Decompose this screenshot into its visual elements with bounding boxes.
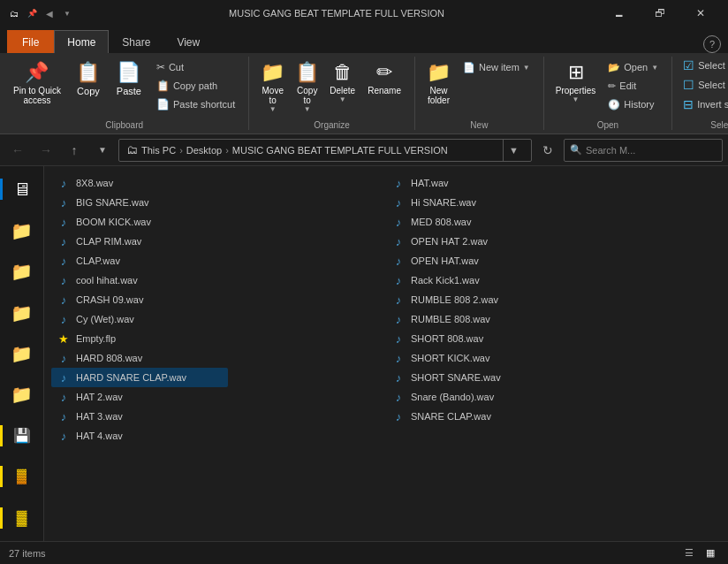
file-item[interactable]: ♪Hi SNARE.wav xyxy=(386,193,563,212)
history-button[interactable]: 🕐 History xyxy=(602,95,664,113)
sidebar-item-folder5[interactable]: 📁 xyxy=(0,375,43,414)
file-item[interactable]: ♪8X8.wav xyxy=(51,173,228,193)
copy-path-button[interactable]: 📋 Copy path xyxy=(150,77,241,95)
wav-icon: ♪ xyxy=(57,234,71,248)
sidebar-item-folder3[interactable]: 📁 xyxy=(0,293,43,332)
file-name: HARD 808.wav xyxy=(76,353,142,363)
file-item[interactable]: ♪CLAP RIM.wav xyxy=(51,232,228,251)
edit-button[interactable]: ✏ Edit xyxy=(602,77,664,95)
file-name: Empty.flp xyxy=(76,333,116,344)
forward-button[interactable]: → xyxy=(34,138,58,163)
quick-access-icon[interactable]: 📌 xyxy=(25,6,39,20)
wav-icon: ♪ xyxy=(57,273,71,287)
file-name: cool hihat.wav xyxy=(76,275,138,286)
file-item[interactable]: ♪OPEN HAT 2.wav xyxy=(386,232,563,251)
tab-home[interactable]: Home xyxy=(54,30,109,53)
file-item[interactable]: ♪HARD SNARE CLAP.wav xyxy=(51,368,228,387)
copy-to-button[interactable]: 📋 Copyto ▼ xyxy=(291,57,323,118)
file-area[interactable]: ♪8X8.wav♪BIG SNARE.wav♪BOOM KICK.wav♪CLA… xyxy=(44,166,728,541)
sidebar-item-monitor[interactable]: 🖥 xyxy=(0,170,43,209)
file-item[interactable]: ♪OPEN HAT.wav xyxy=(386,251,563,271)
open-label: Open xyxy=(551,118,664,130)
open-small-group: 📂 Open ▼ ✏ Edit 🕐 History xyxy=(602,58,664,113)
maximize-button[interactable]: 🗗 xyxy=(640,0,680,27)
up-button[interactable]: ↑ xyxy=(62,138,87,163)
wav-icon: ♪ xyxy=(57,390,71,404)
copy-to-icon: 📋 xyxy=(295,61,319,84)
minimize-button[interactable]: 🗕 xyxy=(599,0,640,27)
file-item[interactable]: ♪BIG SNARE.wav xyxy=(51,193,228,212)
file-item[interactable]: ♪RUMBLE 808 2.wav xyxy=(386,290,563,309)
help-button[interactable]: ? xyxy=(703,35,721,53)
refresh-button[interactable]: ↻ xyxy=(535,138,560,163)
file-item[interactable]: ♪SHORT 808.wav xyxy=(386,329,563,348)
move-icon: 📁 xyxy=(261,61,284,84)
wav-icon: ♪ xyxy=(57,429,71,443)
file-item[interactable]: ♪SNARE CLAP.wav xyxy=(386,407,563,426)
sidebar-item-folder1[interactable]: 📁 xyxy=(0,210,43,249)
path-this-pc[interactable]: This PC xyxy=(141,145,176,156)
open-button[interactable]: 📂 Open ▼ xyxy=(602,58,664,76)
status-right: ☰ ▦ xyxy=(680,545,719,562)
file-item[interactable]: ♪HARD 808.wav xyxy=(51,348,228,368)
sidebar-stripe-yellow xyxy=(0,425,3,446)
pin-icon: 📌 xyxy=(25,61,49,84)
file-item[interactable]: ♪HAT 2.wav xyxy=(51,387,228,407)
pin-to-quick-button[interactable]: 📌 Pin to Quick access xyxy=(7,57,67,118)
invert-selection-button[interactable]: ⊟ Invert selection xyxy=(679,95,728,113)
back-button[interactable]: ← xyxy=(5,138,30,163)
file-item[interactable]: ♪BOOM KICK.wav xyxy=(51,212,228,232)
select-none-button[interactable]: ☐ Select none xyxy=(679,76,728,94)
sidebar-item-folder2[interactable]: 📁 xyxy=(0,252,43,291)
address-input[interactable]: 🗂 This PC › Desktop › MUSIC GANG BEAT TE… xyxy=(118,139,532,162)
close-button[interactable]: ✕ xyxy=(680,0,721,27)
tab-view[interactable]: View xyxy=(163,30,213,53)
file-item[interactable]: ♪SHORT KICK.wav xyxy=(386,348,563,368)
cut-button[interactable]: ✂ Cut xyxy=(150,58,241,76)
detail-view-button[interactable]: ▦ xyxy=(701,545,719,562)
new-folder-button[interactable]: 📁 Newfolder xyxy=(422,57,455,118)
tab-share[interactable]: Share xyxy=(109,30,163,53)
new-item-button[interactable]: 📄 New item ▼ xyxy=(457,58,536,76)
sidebar-item-yellow1[interactable]: ▓ xyxy=(0,457,43,496)
rename-button[interactable]: ✏ Rename xyxy=(361,57,407,118)
file-item[interactable]: ♪MED 808.wav xyxy=(386,212,563,232)
file-item[interactable]: ♪Cy (Wet).wav xyxy=(51,309,228,329)
properties-dropdown-arrow: ▼ xyxy=(573,95,580,103)
copy-button[interactable]: 📋 Copy xyxy=(69,57,108,118)
nav-back-title[interactable]: ◀ xyxy=(42,6,57,20)
file-item[interactable]: ♪cool hihat.wav xyxy=(51,271,228,290)
file-item[interactable]: ♪HAT 3.wav xyxy=(51,407,228,426)
file-name: OPEN HAT 2.wav xyxy=(411,236,488,247)
tab-file[interactable]: File xyxy=(7,30,54,53)
paste-shortcut-button[interactable]: 📄 Paste shortcut xyxy=(150,95,241,113)
sidebar-item-folder4[interactable]: 📁 xyxy=(0,334,43,373)
app-icon: 🗂 xyxy=(7,6,21,20)
file-item[interactable]: ♪Rack Kick1.wav xyxy=(386,271,563,290)
sidebar-item-yellow2[interactable]: ▓ xyxy=(0,499,43,537)
properties-button[interactable]: ⊞ Properties ▼ xyxy=(551,57,601,118)
select-all-button[interactable]: ☑ Select all xyxy=(679,57,728,74)
delete-button[interactable]: 🗑 Delete ▼ xyxy=(325,57,360,118)
nav-dropdown-title[interactable]: ▼ xyxy=(60,6,74,20)
file-item[interactable]: ♪RUMBLE 808.wav xyxy=(386,309,563,329)
path-folder[interactable]: MUSIC GANG BEAT TEMPLATE FULL VERSION xyxy=(232,145,448,156)
organize-label: Organize xyxy=(256,118,407,130)
file-item[interactable]: ♪SHORT SNARE.wav xyxy=(386,368,563,387)
file-item[interactable]: ♪Snare (Bando).wav xyxy=(386,387,563,407)
list-view-button[interactable]: ☰ xyxy=(680,545,698,562)
move-to-button[interactable]: 📁 Moveto ▼ xyxy=(256,57,289,118)
path-desktop[interactable]: Desktop xyxy=(186,145,222,156)
file-name: HAT 3.wav xyxy=(76,411,123,422)
paste-button[interactable]: 📄 Paste xyxy=(110,57,148,118)
file-item[interactable]: ♪HAT 4.wav xyxy=(51,426,228,446)
search-box[interactable]: 🔍 Search M... xyxy=(564,139,723,162)
file-item[interactable]: ★Empty.flp xyxy=(51,329,228,348)
file-name: Rack Kick1.wav xyxy=(411,275,480,286)
file-item[interactable]: ♪HAT.wav xyxy=(386,173,563,193)
sidebar-item-drive[interactable]: 💾 xyxy=(0,416,43,455)
address-dropdown-button[interactable]: ▼ xyxy=(503,139,524,162)
recent-locations-button[interactable]: ▼ xyxy=(90,138,115,163)
file-item[interactable]: ♪CLAP.wav xyxy=(51,251,228,271)
file-item[interactable]: ♪CRASH 09.wav xyxy=(51,290,228,309)
